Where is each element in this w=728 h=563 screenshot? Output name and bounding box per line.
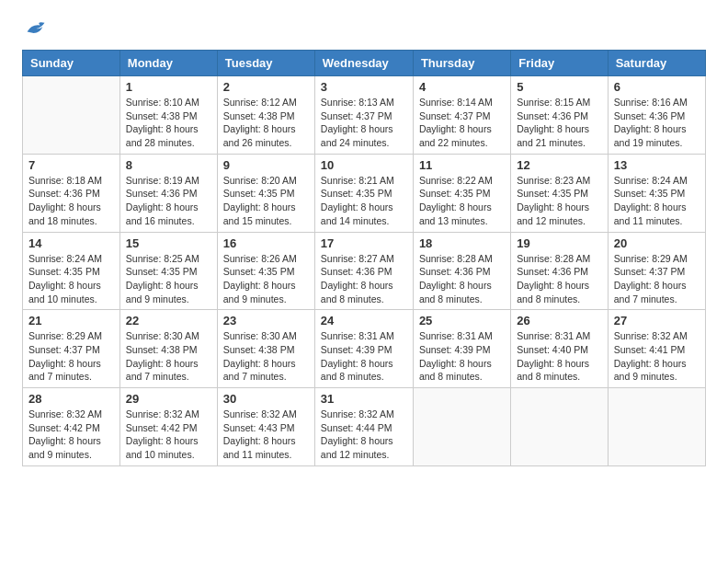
day-info: Sunrise: 8:24 AM Sunset: 4:35 PM Dayligh… [28, 252, 114, 306]
day-number: 23 [223, 314, 309, 327]
calendar-day-cell: 16 Sunrise: 8:26 AM Sunset: 4:35 PM Dayl… [217, 232, 314, 310]
calendar-day-cell: 12 Sunrise: 8:23 AM Sunset: 4:35 PM Dayl… [511, 154, 608, 232]
day-number: 14 [28, 236, 114, 250]
calendar-day-cell: 22 Sunrise: 8:30 AM Sunset: 4:38 PM Dayl… [119, 310, 217, 388]
day-number: 2 [223, 80, 309, 94]
day-number: 10 [321, 158, 407, 172]
day-number: 24 [321, 314, 407, 327]
day-info: Sunrise: 8:31 AM Sunset: 4:40 PM Dayligh… [517, 329, 601, 384]
calendar-day-cell: 3 Sunrise: 8:13 AM Sunset: 4:37 PM Dayli… [314, 76, 413, 155]
day-info: Sunrise: 8:30 AM Sunset: 4:38 PM Dayligh… [223, 329, 309, 384]
calendar-day-cell: 8 Sunrise: 8:19 AM Sunset: 4:36 PM Dayli… [119, 154, 217, 232]
calendar-day-cell: 29 Sunrise: 8:32 AM Sunset: 4:42 PM Dayl… [119, 388, 217, 466]
calendar-day-cell: 18 Sunrise: 8:28 AM Sunset: 4:36 PM Dayl… [413, 232, 510, 310]
day-info: Sunrise: 8:31 AM Sunset: 4:39 PM Dayligh… [419, 329, 505, 384]
day-of-week-header: Friday [511, 51, 608, 76]
day-of-week-header: Wednesday [314, 51, 413, 76]
calendar-day-cell: 14 Sunrise: 8:24 AM Sunset: 4:35 PM Dayl… [23, 232, 120, 310]
logo [22, 18, 51, 39]
calendar-day-cell: 26 Sunrise: 8:31 AM Sunset: 4:40 PM Dayl… [511, 310, 608, 388]
day-info: Sunrise: 8:28 AM Sunset: 4:36 PM Dayligh… [517, 252, 601, 306]
day-number: 5 [517, 80, 601, 94]
day-number: 1 [126, 80, 211, 94]
calendar-day-cell: 17 Sunrise: 8:27 AM Sunset: 4:36 PM Dayl… [314, 232, 413, 310]
calendar-day-cell: 13 Sunrise: 8:24 AM Sunset: 4:35 PM Dayl… [608, 154, 705, 232]
day-info: Sunrise: 8:28 AM Sunset: 4:36 PM Dayligh… [419, 252, 505, 306]
day-info: Sunrise: 8:22 AM Sunset: 4:35 PM Dayligh… [419, 174, 505, 228]
day-number: 4 [419, 80, 505, 94]
day-of-week-header: Thursday [413, 51, 510, 76]
day-number: 9 [223, 158, 309, 172]
day-number: 18 [419, 236, 505, 250]
calendar-day-cell: 2 Sunrise: 8:12 AM Sunset: 4:38 PM Dayli… [217, 76, 314, 155]
calendar-day-cell: 24 Sunrise: 8:31 AM Sunset: 4:39 PM Dayl… [314, 310, 413, 388]
calendar-day-cell: 20 Sunrise: 8:29 AM Sunset: 4:37 PM Dayl… [608, 232, 705, 310]
day-number: 7 [28, 158, 114, 172]
day-info: Sunrise: 8:29 AM Sunset: 4:37 PM Dayligh… [28, 329, 114, 384]
calendar-week-row: 28 Sunrise: 8:32 AM Sunset: 4:42 PM Dayl… [23, 388, 706, 466]
day-number: 31 [321, 392, 407, 406]
day-number: 12 [517, 158, 601, 172]
calendar-day-cell: 27 Sunrise: 8:32 AM Sunset: 4:41 PM Dayl… [608, 310, 705, 388]
calendar-day-cell [23, 76, 120, 155]
day-of-week-header: Saturday [608, 51, 705, 76]
day-number: 11 [419, 158, 505, 172]
day-number: 27 [614, 314, 700, 327]
day-number: 22 [126, 314, 211, 327]
day-info: Sunrise: 8:26 AM Sunset: 4:35 PM Dayligh… [223, 252, 309, 306]
day-info: Sunrise: 8:31 AM Sunset: 4:39 PM Dayligh… [321, 329, 407, 384]
day-info: Sunrise: 8:27 AM Sunset: 4:36 PM Dayligh… [321, 252, 407, 306]
calendar-day-cell: 30 Sunrise: 8:32 AM Sunset: 4:43 PM Dayl… [217, 388, 314, 466]
calendar-day-cell [511, 388, 608, 466]
day-number: 29 [126, 392, 211, 406]
day-info: Sunrise: 8:23 AM Sunset: 4:35 PM Dayligh… [517, 174, 601, 228]
calendar-day-cell: 31 Sunrise: 8:32 AM Sunset: 4:44 PM Dayl… [314, 388, 413, 466]
calendar-week-row: 21 Sunrise: 8:29 AM Sunset: 4:37 PM Dayl… [23, 310, 706, 388]
day-info: Sunrise: 8:13 AM Sunset: 4:37 PM Dayligh… [321, 96, 407, 150]
day-info: Sunrise: 8:32 AM Sunset: 4:44 PM Dayligh… [321, 408, 407, 462]
day-number: 19 [517, 236, 601, 250]
day-info: Sunrise: 8:29 AM Sunset: 4:37 PM Dayligh… [614, 252, 700, 306]
day-number: 20 [614, 236, 700, 250]
day-number: 13 [614, 158, 700, 172]
day-number: 25 [419, 314, 505, 327]
calendar-week-row: 7 Sunrise: 8:18 AM Sunset: 4:36 PM Dayli… [23, 154, 706, 232]
day-number: 6 [614, 80, 700, 94]
day-info: Sunrise: 8:25 AM Sunset: 4:35 PM Dayligh… [126, 252, 211, 306]
day-number: 26 [517, 314, 601, 327]
day-info: Sunrise: 8:32 AM Sunset: 4:42 PM Dayligh… [126, 408, 211, 462]
calendar-day-cell: 11 Sunrise: 8:22 AM Sunset: 4:35 PM Dayl… [413, 154, 510, 232]
day-number: 16 [223, 236, 309, 250]
calendar-week-row: 1 Sunrise: 8:10 AM Sunset: 4:38 PM Dayli… [23, 76, 706, 155]
day-number: 15 [126, 236, 211, 250]
calendar-day-cell: 6 Sunrise: 8:16 AM Sunset: 4:36 PM Dayli… [608, 76, 705, 155]
day-info: Sunrise: 8:24 AM Sunset: 4:35 PM Dayligh… [614, 174, 700, 228]
day-number: 8 [126, 158, 211, 172]
logo-bird-icon [22, 18, 48, 39]
day-info: Sunrise: 8:18 AM Sunset: 4:36 PM Dayligh… [28, 174, 114, 228]
calendar-week-row: 14 Sunrise: 8:24 AM Sunset: 4:35 PM Dayl… [23, 232, 706, 310]
day-info: Sunrise: 8:16 AM Sunset: 4:36 PM Dayligh… [614, 96, 700, 150]
calendar-day-cell: 28 Sunrise: 8:32 AM Sunset: 4:42 PM Dayl… [23, 388, 120, 466]
day-number: 28 [28, 392, 114, 406]
header [22, 18, 706, 39]
day-of-week-header: Sunday [23, 51, 120, 76]
day-of-week-header: Tuesday [217, 51, 314, 76]
day-info: Sunrise: 8:21 AM Sunset: 4:35 PM Dayligh… [321, 174, 407, 228]
day-number: 3 [321, 80, 407, 94]
day-info: Sunrise: 8:32 AM Sunset: 4:42 PM Dayligh… [28, 408, 114, 462]
calendar-day-cell [608, 388, 705, 466]
day-info: Sunrise: 8:32 AM Sunset: 4:43 PM Dayligh… [223, 408, 309, 462]
day-number: 30 [223, 392, 309, 406]
calendar-day-cell: 10 Sunrise: 8:21 AM Sunset: 4:35 PM Dayl… [314, 154, 413, 232]
day-info: Sunrise: 8:12 AM Sunset: 4:38 PM Dayligh… [223, 96, 309, 150]
calendar-day-cell: 23 Sunrise: 8:30 AM Sunset: 4:38 PM Dayl… [217, 310, 314, 388]
calendar-day-cell: 9 Sunrise: 8:20 AM Sunset: 4:35 PM Dayli… [217, 154, 314, 232]
day-number: 17 [321, 236, 407, 250]
day-info: Sunrise: 8:14 AM Sunset: 4:37 PM Dayligh… [419, 96, 505, 150]
calendar-day-cell: 5 Sunrise: 8:15 AM Sunset: 4:36 PM Dayli… [511, 76, 608, 155]
day-number: 21 [28, 314, 114, 327]
day-info: Sunrise: 8:30 AM Sunset: 4:38 PM Dayligh… [126, 329, 211, 384]
calendar-day-cell [413, 388, 510, 466]
day-info: Sunrise: 8:20 AM Sunset: 4:35 PM Dayligh… [223, 174, 309, 228]
